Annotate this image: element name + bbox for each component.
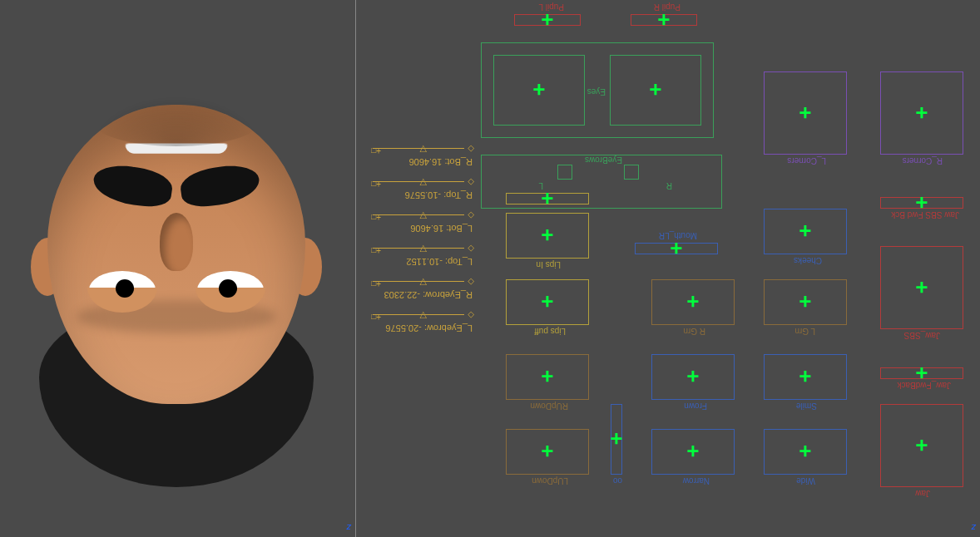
rupdown-label: RUpDown xyxy=(530,402,568,411)
attr-slider-3[interactable]: ◇▽+□ xyxy=(373,209,464,220)
keyframe-icon[interactable]: ◇ xyxy=(468,244,474,254)
wide-label: Wide xyxy=(796,476,815,485)
slider-thumb-icon[interactable]: ▽ xyxy=(420,244,427,254)
r-grn-control[interactable] xyxy=(651,279,735,325)
l-grn-control[interactable] xyxy=(764,279,847,325)
eyebrow-r-box[interactable] xyxy=(624,165,639,180)
zero-icon[interactable]: +□ xyxy=(371,246,381,255)
zero-icon[interactable]: +□ xyxy=(371,180,381,189)
keyframe-icon[interactable]: ◇ xyxy=(468,311,474,320)
smile-label: Smile xyxy=(796,402,817,411)
character-head-mesh[interactable] xyxy=(39,88,314,487)
r-corners-control[interactable] xyxy=(880,71,963,155)
slider-thumb-icon[interactable]: ▽ xyxy=(420,144,427,155)
jaw-label: Jaw xyxy=(915,489,930,498)
viewport-root: z Jaw Jaw_FwdBack Jaw_SBS Jaw SBS Fwd Bc… xyxy=(0,0,980,537)
lupdown-control[interactable] xyxy=(506,429,589,475)
attr-label-5: R_Bot: 16.4606 xyxy=(409,157,473,167)
jaw-sbs-fwdbck-control[interactable] xyxy=(880,197,963,209)
jaw-sbs-label: Jaw_SBS xyxy=(904,331,940,340)
mouth-lr-control[interactable] xyxy=(635,243,718,254)
narrow-control[interactable] xyxy=(651,429,735,475)
r-grn-label: R Grn xyxy=(683,327,705,336)
attr-label-1: R_Eyebrow: -22.2303 xyxy=(384,290,473,300)
cheeks-control[interactable] xyxy=(764,209,847,254)
attr-slider-1[interactable]: ◇▽+□ xyxy=(373,275,464,287)
oo-control[interactable] xyxy=(611,404,622,475)
perspective-viewport[interactable]: z xyxy=(0,0,356,537)
lips-in-control[interactable] xyxy=(506,213,589,259)
eye-l-control[interactable] xyxy=(493,55,585,126)
attr-slider-0[interactable]: ◇▽+□ xyxy=(373,308,464,320)
lips-puff-label: Lips puff xyxy=(534,327,566,336)
pupil-l-label: Pupil L xyxy=(538,2,564,12)
zero-icon[interactable]: +□ xyxy=(371,313,381,322)
l-grn-label: L Grn xyxy=(794,327,815,336)
keyframe-icon[interactable]: ◇ xyxy=(468,145,474,154)
pupil-r-control[interactable] xyxy=(631,14,697,26)
cheeks-label: Cheeks xyxy=(794,256,822,265)
oo-label: oo xyxy=(613,476,622,485)
mouth-lr-label: Mouth_LR xyxy=(659,231,697,240)
axis-indicator-left: z xyxy=(972,523,977,533)
lips-in-label: Lips In xyxy=(537,260,561,269)
keyframe-icon[interactable]: ◇ xyxy=(468,178,474,187)
l-corners-control[interactable] xyxy=(764,71,847,155)
eyebrow-r-label: R xyxy=(666,181,672,190)
lupdown-label: LUpDown xyxy=(532,476,568,485)
keyframe-icon[interactable]: ◇ xyxy=(468,278,474,287)
moustache-mesh xyxy=(93,163,260,204)
eyes-label: Eyes xyxy=(587,87,606,96)
lips-puff-control[interactable] xyxy=(506,279,589,325)
zero-icon[interactable]: +□ xyxy=(371,213,381,222)
slider-thumb-icon[interactable]: ▽ xyxy=(420,310,427,321)
r-corners-label: R_Corners xyxy=(903,156,943,165)
attr-slider-2[interactable]: ◇▽+□ xyxy=(373,242,464,254)
keyframe-icon[interactable]: ◇ xyxy=(468,211,474,220)
pupil-left xyxy=(219,279,237,298)
frown-label: Frown xyxy=(684,402,707,411)
eyebrow-l-label: L xyxy=(538,181,543,190)
rig-picker-panel: z Jaw Jaw_FwdBack Jaw_SBS Jaw SBS Fwd Bc… xyxy=(356,0,980,537)
narrow-label: Narrow xyxy=(683,476,710,485)
wide-control[interactable] xyxy=(764,429,847,475)
eyebrow-l-box[interactable] xyxy=(557,165,572,180)
rupdown-control[interactable] xyxy=(506,354,589,400)
attr-label-0: L_Eyebrow: -20.5576 xyxy=(385,323,473,333)
nose-mesh xyxy=(160,213,193,271)
attr-label-2: L_Top: -10.1152 xyxy=(406,257,473,267)
smile-control[interactable] xyxy=(764,354,847,400)
attr-slider-5[interactable]: ◇▽+□ xyxy=(373,142,464,154)
slider-thumb-icon[interactable]: ▽ xyxy=(420,177,427,188)
eye-r-control[interactable] xyxy=(610,55,701,126)
pupil-right xyxy=(116,279,134,298)
attr-label-4: R_Top: -10.5576 xyxy=(405,190,473,200)
jaw-fwdback-control[interactable] xyxy=(880,367,963,379)
eyebrows-label: EyeBrows xyxy=(585,155,622,165)
pupil-l-control[interactable] xyxy=(514,14,581,26)
attr-slider-4[interactable]: ◇▽+□ xyxy=(373,175,464,187)
jaw-sbs-control[interactable] xyxy=(880,246,963,329)
slider-thumb-icon[interactable]: ▽ xyxy=(420,277,427,288)
slider-thumb-icon[interactable]: ▽ xyxy=(420,210,427,221)
l-corners-label: L_Corners xyxy=(787,156,826,165)
zero-icon[interactable]: +□ xyxy=(371,146,381,155)
jaw-sbs-fwdbck-label: Jaw SBS Fwd Bck xyxy=(891,210,959,219)
pupil-r-label: Pupil R xyxy=(654,2,681,12)
zero-icon[interactable]: +□ xyxy=(371,279,381,288)
chin-shadow xyxy=(93,96,260,146)
attr-label-3: L_Bot: 16.4606 xyxy=(410,224,473,234)
axis-indicator-right: z xyxy=(347,523,352,533)
frown-control[interactable] xyxy=(651,354,735,400)
jaw-control[interactable] xyxy=(880,404,963,487)
jaw-fwdback-label: Jaw_FwdBack xyxy=(898,381,951,390)
